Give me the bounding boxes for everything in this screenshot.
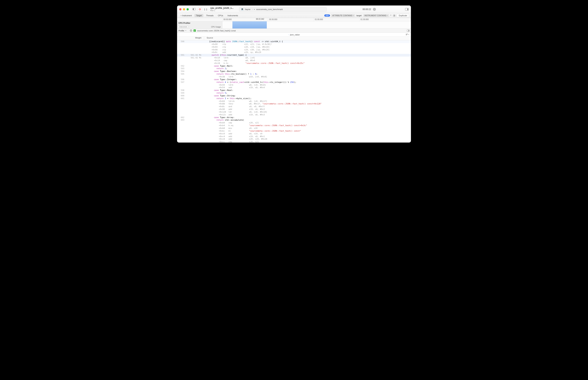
tab-target[interactable]: Target — [194, 14, 203, 17]
titlebar: ❚❚ cpu_profile_jviotti_s... Run 1 💻 hayn… — [177, 5, 411, 13]
tab-threads[interactable]: Threads — [204, 14, 215, 17]
pause-button[interactable]: ❚❚ — [204, 8, 208, 11]
source-line[interactable]: +0xc0 add x8, x19, x0 — [177, 133, 411, 135]
zoom-icon[interactable] — [186, 8, 189, 10]
sort-menu[interactable]: ▾ — [406, 34, 409, 36]
filter-mode-any[interactable]: ANY — [324, 14, 330, 17]
source-line[interactable]: +0x128 ldr x8, [x0, #0x10] — [177, 111, 411, 114]
svg-rect-1 — [193, 8, 194, 10]
trace-subtitle: Run 1 — [210, 9, 234, 12]
source-line[interactable]: +0xc8 add x20, x20, #0x28 — [177, 138, 411, 141]
source-line[interactable]: +0x90 add x19, x8, #0x3 — [177, 108, 411, 111]
target-host: hayne — [245, 8, 250, 10]
chevron-down-icon: ▾ — [408, 34, 409, 35]
source-columns-header: Weight Source — [177, 37, 411, 40]
track-instrument-label[interactable]: Instrument — [178, 26, 188, 28]
source-listing[interactable]: 590 [[nodiscard]] auto JSON::fast_hash()… — [177, 40, 411, 143]
source-line[interactable]: 599 return 5; — [177, 92, 411, 95]
source-line[interactable]: +0x84 ldrsb w8, [x0, #0x1f] — [177, 100, 411, 103]
source-line[interactable]: +0x88 tbnz w8, #0x1f, "sourcemeta::core:… — [177, 103, 411, 105]
chevron-down-icon: ▾ — [387, 15, 387, 17]
traffic-lights — [179, 8, 189, 10]
target-selector[interactable]: 💻 hayne › ▪ sourcemeta_core_benchmark — [239, 7, 327, 12]
source-line[interactable]: +0x00 stp x22, x21, [sp, #-0x30]! — [177, 43, 411, 46]
chevron-updown-icon[interactable]: ▾ — [185, 30, 186, 31]
source-line[interactable]: +0xc4 add x19, x8, #0x1 — [177, 135, 411, 138]
window-title: cpu_profile_jviotti_s... Run 1 — [210, 7, 234, 11]
source-line[interactable]: +0x8c and x8, x8, #0xff — [177, 105, 411, 108]
app-window: ❚❚ cpu_profile_jviotti_s... Run 1 💻 hayn… — [177, 5, 411, 143]
source-line[interactable]: 598 case Type::Real: — [177, 89, 411, 92]
source-line[interactable]: +0xcc cmp x20, x21 — [177, 141, 411, 143]
source-line[interactable]: 590 [[nodiscard]] auto JSON::fast_hash()… — [177, 40, 411, 43]
sidebar-toggle-button[interactable] — [192, 7, 196, 11]
source-line[interactable]: 591561.02 Mc switch (this->current_type)… — [177, 54, 411, 57]
elapsed-timer: 00:00:22 — [363, 8, 371, 11]
filter-attribute-value[interactable]: target — [356, 14, 362, 17]
chevron-right-icon: › — [252, 8, 253, 10]
add-instrument-button[interactable]: Instrument — [179, 14, 193, 17]
right-panel-toggle[interactable] — [405, 8, 409, 11]
target-binary: sourcemeta_core_benchmark — [256, 8, 283, 10]
source-line[interactable]: 597 return 4 + (static_cast<std::uint64_… — [177, 81, 411, 84]
duplicate-button[interactable]: Duplicate — [397, 14, 409, 17]
source-line[interactable]: 603 return std::accumulate( — [177, 119, 411, 122]
inspector-toggle-icon[interactable] — [407, 30, 409, 32]
view-selector[interactable]: Profile — [179, 30, 184, 32]
source-line[interactable]: +0x12c add x19, x8, #0x3 — [177, 114, 411, 116]
column-weight[interactable]: Weight — [186, 37, 204, 40]
clear-filter-button[interactable]: ✕ — [393, 14, 396, 17]
source-line[interactable]: +0xb8 mov x0, x20 — [177, 127, 411, 130]
c-file-icon: ◦ — [288, 34, 289, 36]
source-line[interactable]: 600 case Type::String: — [177, 95, 411, 97]
terminal-icon: ▪ — [254, 8, 255, 10]
source-line[interactable]: +0x04 stp x20, x19, [sp, #0x10] — [177, 46, 411, 49]
source-line[interactable]: 594 case Type::Boolean: — [177, 70, 411, 73]
detail-breadcrumb: Profile ▾ ✕ f sourcemeta::core::JSON::fa… — [177, 29, 411, 33]
source-line[interactable]: 592 case Type::Null: — [177, 65, 411, 68]
source-line[interactable]: +0x18 b.hi "sourcemeta::core::JSON::fast… — [177, 62, 411, 65]
track-name: CPU Profiler — [179, 22, 221, 24]
filter-instrument-value[interactable]: * — [390, 14, 392, 17]
source-file-name: json_value — [290, 34, 300, 36]
source-line[interactable]: 593 return 2; — [177, 67, 411, 70]
close-icon[interactable] — [179, 8, 182, 10]
playhead-time: 00:22.342 — [256, 18, 264, 20]
source-line[interactable]: +0x38 ldrb w19, [x0, #0x8] — [177, 76, 411, 78]
cpu-profiler-track[interactable]: CPU Profiler Instrument CPU Usage 00:22.… — [177, 21, 411, 29]
record-button[interactable] — [198, 7, 202, 11]
source-line[interactable]: +0x14 cmp w8, #0x6 — [177, 59, 411, 62]
track-plot[interactable]: 00:22.342 — [222, 21, 411, 28]
source-line[interactable]: 602 case Type::Array: — [177, 116, 411, 119]
source-line[interactable]: 601 return 3 + this->byte_size(); — [177, 97, 411, 100]
source-line[interactable]: +0x08 stp x29, x30, [sp, #0x20] — [177, 49, 411, 51]
clear-path-button[interactable]: ✕ — [190, 29, 192, 32]
breadcrumb-function[interactable]: sourcemeta::core::JSON::fast_hash() cons… — [197, 30, 236, 32]
filter-instrument-contains[interactable]: INSTRUMENT CONTAINS▾ — [363, 14, 389, 17]
source-line[interactable]: +0xbc bl "sourcemeta::core::JSON::fast_h… — [177, 130, 411, 133]
timeline-ruler[interactable]: 00:00.000 00:30.000 01:00.000 01:30.000 — [177, 18, 411, 21]
info-icon[interactable]: i — [373, 8, 376, 11]
source-line[interactable]: +0xb0 cmp x20, x21 — [177, 122, 411, 124]
trace-title: cpu_profile_jviotti_s... — [210, 7, 234, 9]
source-line[interactable]: +0x50 ldrb w8, [x0, #0x8] — [177, 84, 411, 87]
filter-toolbar: Instrument Target Threads CPUs Instrumen… — [177, 13, 411, 18]
tab-cpus[interactable]: CPUs — [216, 14, 225, 17]
filter-attribute-contains[interactable]: ATTRIBUTE CONTAINS▾ — [331, 14, 355, 17]
source-line[interactable]: 561.02 Mc +0x10 ldrb w8, [x0] — [177, 57, 411, 59]
laptop-icon: 💻 — [241, 8, 243, 10]
cpu-usage-bar — [232, 21, 267, 28]
track-metric: CPU Usage — [211, 26, 221, 28]
source-line[interactable]: +0x54 add x19, x8, #0x4 — [177, 86, 411, 89]
tab-instruments[interactable]: Instruments — [226, 14, 240, 17]
source-file-tab[interactable]: ◦ json_value ▾ — [177, 33, 411, 37]
chevron-down-icon: ▾ — [353, 15, 354, 17]
function-icon: f — [194, 29, 196, 32]
source-line[interactable]: +0x0c add x29, sp, #0x20 — [177, 51, 411, 54]
source-line[interactable]: 595 return this->to_boolean() ? 1 : 0; — [177, 73, 411, 76]
source-line[interactable]: 596 case Type::Integer: — [177, 78, 411, 81]
column-source[interactable]: Source — [204, 37, 213, 40]
source-line[interactable]: +0xb4 b.eq "sourcemeta::core::JSON::fast… — [177, 124, 411, 127]
minimize-icon[interactable] — [183, 8, 185, 10]
